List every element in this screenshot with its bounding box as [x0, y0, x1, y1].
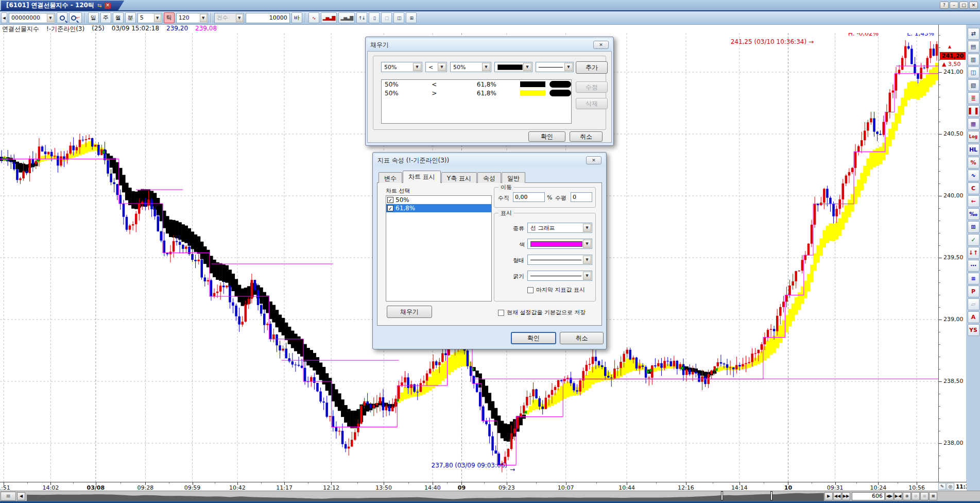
- prop-ok-button[interactable]: 확인: [511, 332, 556, 344]
- line-chart-icon[interactable]: ∿: [968, 170, 979, 181]
- tab-1[interactable]: 차트 표시: [403, 171, 441, 183]
- chart-select-list[interactable]: ✓ 50% ✓ 61,8%: [386, 195, 492, 301]
- scroll-left-button[interactable]: ◀: [17, 492, 25, 500]
- chevron-down-icon[interactable]: ▼: [413, 63, 421, 71]
- hl-chart-icon[interactable]: HL: [968, 144, 979, 156]
- tools-gear-icon[interactable]: ▥: [968, 54, 979, 65]
- close-strip-icon[interactable]: ⊠: [929, 492, 937, 500]
- updown-arrows-icon[interactable]: ↑↓: [356, 12, 367, 23]
- chevron-down-icon[interactable]: ▼: [482, 63, 490, 71]
- chevron-down-icon[interactable]: ▼: [583, 272, 591, 280]
- horizontal-input[interactable]: [571, 192, 592, 202]
- dots-grid-icon[interactable]: ⋯: [968, 260, 979, 272]
- close-icon[interactable]: ✕: [593, 41, 609, 49]
- fill-level-a-combo[interactable]: 50%▼: [381, 62, 422, 72]
- period-week-button[interactable]: 주: [100, 12, 111, 23]
- chevron-down-icon[interactable]: ▼: [154, 14, 161, 22]
- compare-chart-icon[interactable]: C: [968, 182, 979, 194]
- navigator-resize-handle[interactable]: ≡: [1, 492, 16, 501]
- checkbox-icon[interactable]: [498, 310, 504, 316]
- chevron-down-icon[interactable]: ▼: [200, 14, 207, 22]
- chevron-down-icon[interactable]: ▼: [583, 256, 591, 264]
- chart-window-tab[interactable]: [6101] 연결선물지수 - 120틱 ⇆ ✕: [1, 1, 124, 10]
- minimap-selection-start[interactable]: [721, 491, 723, 500]
- candle-chart-icon[interactable]: ◫: [393, 12, 404, 23]
- percent-chart-icon[interactable]: %: [968, 157, 979, 169]
- settings-wrench-icon[interactable]: ▤: [968, 41, 979, 53]
- open-fill-dialog-button[interactable]: 채우기: [387, 306, 432, 318]
- candle-bars-icon[interactable]: ▌▐: [968, 105, 979, 117]
- caption-close-button[interactable]: ✕: [969, 2, 978, 9]
- refresh-swap-icon[interactable]: ⇄: [968, 28, 979, 40]
- chevron-down-icon[interactable]: ▼: [47, 14, 54, 22]
- fill-rules-list[interactable]: 50% < 61,8% 50% > 61,8%: [381, 79, 572, 124]
- minimap-selection-end[interactable]: [770, 491, 772, 500]
- fill-color-combo[interactable]: ▼: [494, 62, 532, 72]
- nav-page-back-button[interactable]: ◀◀: [833, 492, 841, 500]
- tab-4[interactable]: 일반: [502, 172, 525, 183]
- tab-0[interactable]: 변수: [379, 172, 402, 183]
- fill-dialog-titlebar[interactable]: 채우기 ✕: [367, 39, 612, 51]
- ys-axis-icon[interactable]: YS: [968, 324, 979, 336]
- volume-gray-chart-icon[interactable]: ▂▅▃▇: [338, 12, 355, 23]
- prop-dialog-titlebar[interactable]: 지표 속성 (!-기준라인(3)) ✕: [374, 154, 605, 166]
- chart-select-item[interactable]: ✓ 61,8%: [386, 204, 491, 212]
- caption-minimize-button[interactable]: –: [950, 2, 958, 9]
- nav-page-forward-button[interactable]: ▶▶: [842, 492, 850, 500]
- collapse-panel-button[interactable]: ◂: [1, 12, 7, 23]
- chevron-down-icon[interactable]: ▼: [564, 63, 573, 71]
- search-back-button[interactable]: ↩: [69, 12, 82, 23]
- bars-apply-button[interactable]: 바: [291, 12, 302, 23]
- trendline-icon[interactable]: ∿: [308, 12, 319, 23]
- new-document-icon[interactable]: ▯: [369, 12, 380, 23]
- close-icon[interactable]: ✕: [586, 156, 601, 164]
- last-value-checkbox-row[interactable]: 마지막 지표값 표시: [527, 286, 585, 294]
- chevron-down-icon[interactable]: ▼: [438, 63, 446, 71]
- period-day-button[interactable]: 일: [88, 12, 99, 23]
- add-rule-button[interactable]: 추가: [576, 61, 608, 74]
- tick-value-combo[interactable]: 120▼: [176, 13, 208, 23]
- page-p-icon[interactable]: P: [968, 286, 979, 297]
- checkbox-icon[interactable]: [527, 287, 534, 293]
- objects-cube-icon[interactable]: ◫: [968, 66, 979, 78]
- fill-line-style-combo[interactable]: ▼: [536, 62, 574, 72]
- prop-cancel-button[interactable]: 취소: [560, 332, 604, 344]
- period-tick-button[interactable]: 틱: [164, 12, 175, 23]
- bar-chart-icon[interactable]: ▦: [968, 118, 979, 130]
- period-minute-button[interactable]: 분: [125, 12, 136, 23]
- checkbox-icon[interactable]: ✓: [387, 205, 393, 211]
- minimap[interactable]: [27, 492, 824, 501]
- zoom-area-icon[interactable]: ◎: [947, 483, 954, 490]
- minute-value-combo[interactable]: 5▼: [137, 13, 162, 23]
- vertical-input[interactable]: [513, 192, 545, 202]
- visible-bars-input[interactable]: [852, 492, 885, 500]
- fill-operator-combo[interactable]: <▼: [425, 62, 447, 72]
- print-icon[interactable]: ≡: [968, 273, 979, 284]
- period-month-button[interactable]: 월: [113, 12, 124, 23]
- draw-pencil-icon[interactable]: ✎: [938, 483, 946, 490]
- color-combo[interactable]: ▼: [527, 239, 592, 249]
- nav-step-button[interactable]: ▶: [824, 492, 833, 500]
- weight-combo[interactable]: ▼: [527, 271, 592, 281]
- checkbox-icon[interactable]: ✓: [387, 197, 393, 203]
- back-data-icon[interactable]: ←: [968, 195, 979, 207]
- volume-red-chart-icon[interactable]: ▂▅▃▇: [321, 12, 337, 23]
- fill-rule-row[interactable]: 50% > 61,8%: [382, 89, 571, 97]
- log-scale-icon[interactable]: Log: [968, 131, 979, 143]
- chevron-down-icon[interactable]: ▼: [523, 63, 531, 71]
- tab-3[interactable]: 속성: [477, 172, 501, 183]
- zoom-in-icon[interactable]: ⊕: [903, 492, 911, 500]
- chevron-down-icon[interactable]: ▼: [583, 224, 591, 232]
- symbol-code-combo[interactable]: 00000000▼: [9, 13, 55, 23]
- expand-icon[interactable]: ◀▶: [885, 492, 893, 500]
- caption-maximize-button[interactable]: □: [959, 2, 968, 9]
- grid-table-icon[interactable]: ⊞: [406, 12, 417, 23]
- save-default-checkbox-row[interactable]: 현재 설정값을 기본값으로 저장: [498, 309, 586, 316]
- sort-updown-icon[interactable]: ↓↑: [968, 247, 979, 259]
- tab-2[interactable]: Y축 표시: [441, 172, 477, 183]
- bar-count-input[interactable]: [246, 13, 290, 23]
- search-button[interactable]: [57, 12, 67, 23]
- fill-cancel-button[interactable]: 취소: [570, 131, 603, 142]
- collapse-icon[interactable]: ▶◀: [894, 492, 902, 500]
- chart-select-item[interactable]: ✓ 50%: [386, 196, 491, 204]
